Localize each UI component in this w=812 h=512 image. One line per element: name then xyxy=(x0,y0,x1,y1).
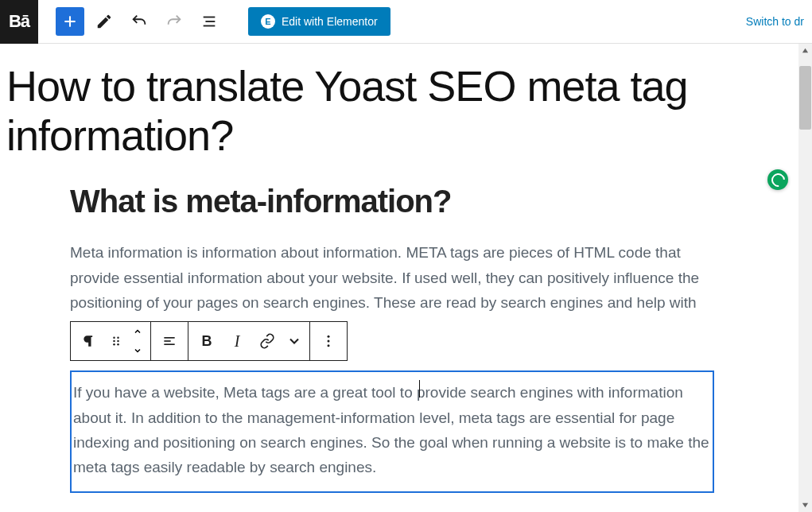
chevron-up-icon xyxy=(133,327,142,336)
paragraph-block[interactable]: Meta information is information about in… xyxy=(70,240,714,315)
move-down-button[interactable] xyxy=(128,341,147,360)
site-logo[interactable]: Bā xyxy=(0,0,38,44)
move-up-button[interactable] xyxy=(128,322,147,341)
move-block-controls xyxy=(128,322,147,360)
scroll-down-button[interactable] xyxy=(798,498,812,512)
italic-button[interactable]: I xyxy=(222,322,252,360)
switch-to-draft-link[interactable]: Switch to dr xyxy=(746,15,804,28)
selected-paragraph-block[interactable]: If you have a website, Meta tags are a g… xyxy=(70,370,714,492)
svg-point-7 xyxy=(113,340,115,343)
undo-button[interactable] xyxy=(124,6,154,37)
list-icon xyxy=(200,13,218,30)
add-block-button[interactable] xyxy=(56,7,84,36)
align-button[interactable] xyxy=(154,322,185,360)
plus-icon xyxy=(62,14,78,29)
scrollbar-track[interactable] xyxy=(798,44,812,512)
undo-icon xyxy=(130,13,148,30)
align-left-icon xyxy=(161,333,177,349)
section-heading[interactable]: What is meta-information? xyxy=(70,184,714,219)
drag-handle[interactable] xyxy=(104,322,128,360)
svg-point-16 xyxy=(328,345,330,347)
svg-point-10 xyxy=(117,343,119,346)
svg-point-6 xyxy=(117,337,119,339)
link-button[interactable] xyxy=(252,322,282,360)
scroll-up-button[interactable] xyxy=(798,44,812,57)
svg-point-5 xyxy=(113,337,115,339)
scrollbar-thumb[interactable] xyxy=(799,66,811,130)
block-type-button[interactable] xyxy=(74,322,104,360)
grammarly-badge[interactable] xyxy=(767,169,788,190)
redo-button[interactable] xyxy=(159,6,189,37)
text-caret xyxy=(419,380,420,398)
toolbar-tools xyxy=(56,6,224,37)
more-options-button[interactable] xyxy=(313,322,344,360)
post-title[interactable]: How to translate Yoast SEO meta tag info… xyxy=(6,61,806,160)
svg-point-9 xyxy=(113,343,115,346)
svg-point-15 xyxy=(328,340,330,343)
editor-canvas: How to translate Yoast SEO meta tag info… xyxy=(0,44,812,512)
chevron-down-icon xyxy=(286,333,302,349)
drag-icon xyxy=(108,333,124,349)
svg-point-8 xyxy=(117,340,119,343)
document-outline-button[interactable] xyxy=(194,6,224,37)
redo-icon xyxy=(165,13,183,30)
paragraph-icon xyxy=(81,333,97,349)
edit-tool-button[interactable] xyxy=(89,6,119,37)
post-body: What is meta-information? Meta informati… xyxy=(70,184,714,512)
svg-marker-18 xyxy=(802,503,808,507)
elementor-button-label: Edit with Elementor xyxy=(282,15,378,28)
svg-marker-17 xyxy=(802,48,808,52)
elementor-icon: E xyxy=(261,14,275,29)
chevron-down-icon xyxy=(133,346,142,355)
paragraph-text[interactable]: If you have a website, Meta tags are a g… xyxy=(72,380,713,479)
top-toolbar: Bā E Edit with Elementor Switch to dr xyxy=(0,0,812,44)
triangle-down-icon xyxy=(802,502,809,509)
triangle-up-icon xyxy=(802,47,809,54)
more-vertical-icon xyxy=(321,333,336,349)
link-icon xyxy=(259,333,275,349)
bold-button[interactable]: B xyxy=(192,322,222,360)
block-toolbar: B I xyxy=(70,321,348,361)
edit-with-elementor-button[interactable]: E Edit with Elementor xyxy=(248,7,390,36)
pencil-icon xyxy=(95,13,113,30)
more-text-options-button[interactable] xyxy=(282,322,306,360)
svg-point-14 xyxy=(328,336,330,338)
